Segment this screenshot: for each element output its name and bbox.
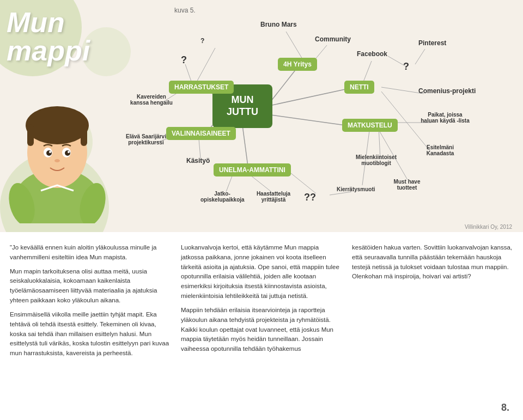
text-content: "Jo keväällä ennen kuin aloitin yläkoulu… — [10, 243, 513, 412]
node-unelma: UNELMA-AMMATTINI — [214, 163, 291, 176]
svg-line-24 — [185, 64, 192, 83]
svg-line-34 — [381, 87, 424, 94]
kuva-label: kuva 5. — [174, 7, 196, 14]
col1-para3: Ensimmäisellä viikolla meille jaettiin t… — [10, 310, 171, 358]
node-4h-yritys: ? — [200, 37, 204, 45]
node-question-2: ?? — [304, 192, 316, 203]
node-esitelmani: Esitelmäni Kanadasta — [418, 144, 462, 156]
svg-point-8 — [65, 150, 70, 156]
node-haastatteluja: Haastatteluja yrittäjistä — [252, 191, 295, 203]
node-facebook: Facebook — [357, 50, 387, 58]
node-kierratys: Kierrätysmuoti — [337, 186, 375, 192]
node-comenius: Comenius-projekti — [418, 87, 476, 95]
text-column-3: kesätöiden hakua varten. Sovittiin luoka… — [352, 243, 513, 412]
col1-para2: Mun mapin tarkoituksena olisi auttaa mei… — [10, 267, 171, 306]
svg-point-10 — [68, 151, 70, 153]
page-number: 8. — [501, 402, 509, 413]
node-bruno-mars: Bruno Mars — [260, 21, 297, 28]
node-paikat: Paikat, joissa haluan käydä -lista — [421, 112, 470, 124]
node-musthave: Must have tuotteet — [388, 179, 426, 191]
top-section: kuva 5. Mun mappi — [0, 0, 523, 234]
node-kasityo: Käsityö — [186, 157, 210, 165]
col2-para2: Mappiin tehdään erilaisia itsearviointej… — [181, 306, 342, 354]
svg-point-7 — [46, 150, 52, 156]
node-kavereiden: Kavereiden kanssa hengailu — [130, 94, 173, 106]
avatar — [0, 44, 114, 212]
col1-para1: "Jo keväällä ennen kuin aloitin yläkoulu… — [10, 243, 171, 263]
page-title: Mun mappi — [7, 8, 90, 65]
node-community: Community — [315, 35, 351, 43]
text-column-1: "Jo keväällä ennen kuin aloitin yläkoulu… — [10, 243, 171, 412]
svg-point-2 — [26, 106, 89, 144]
node-harrastukset: HARRASTUKSET — [169, 81, 234, 94]
node-matkustelu: MATKUSTELU — [342, 119, 398, 132]
node-pinterest: Pinterest — [418, 39, 446, 47]
bottom-section: "Jo keväällä ennen kuin aloitin yläkoulu… — [0, 232, 523, 420]
villinikkari-credit: Villinikkari Oy, 2012 — [465, 224, 512, 230]
node-netti: NETTI — [344, 81, 374, 94]
svg-point-11 — [54, 159, 60, 162]
col3-para1: kesätöiden hakua varten. Sovittiin luoka… — [352, 243, 513, 282]
node-valinnaisaineet: VALINNAISAINEET — [166, 127, 236, 140]
node-musiikki: 4H Yritys — [278, 58, 317, 71]
node-jatko: Jatko-opiskelupaikkoja — [200, 191, 244, 203]
svg-rect-3 — [27, 124, 34, 146]
svg-line-18 — [267, 114, 353, 126]
node-question-1: ? — [181, 54, 187, 66]
svg-line-26 — [199, 139, 200, 158]
node-mielenkiintoiset: Mielenkiintoiset muotiblogit — [353, 154, 399, 166]
svg-line-23 — [196, 48, 215, 83]
svg-point-9 — [49, 151, 51, 153]
col2-para1: Luokanvalvoja kertoi, että käytämme Mun … — [181, 243, 342, 301]
node-elava-saarijärvi: Elävä Saarijärvi projektikurssi — [124, 133, 168, 145]
svg-line-21 — [286, 32, 302, 59]
svg-line-17 — [242, 125, 248, 166]
node-question-3: ? — [403, 61, 409, 72]
svg-rect-4 — [81, 124, 87, 146]
text-column-2: Luokanvalvoja kertoi, että käytämme Mun … — [181, 243, 342, 412]
svg-line-36 — [415, 49, 425, 64]
